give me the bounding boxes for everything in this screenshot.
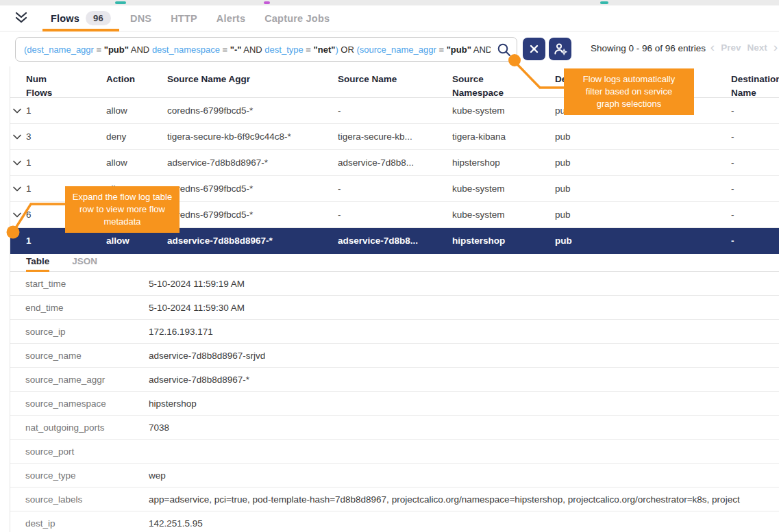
query-token: = (436, 45, 447, 55)
cell-source-name-aggr: adservice-7d8b8d8967-* (167, 236, 338, 246)
detail-key: end_time (10, 303, 149, 313)
cell-source-name: - (338, 183, 452, 194)
query-token: = (94, 45, 104, 55)
cell-source-name-aggr: coredns-6799fbcd5-* (167, 183, 338, 194)
detail-row: end_time5-10-2024 11:59:30 AM (10, 296, 779, 320)
detail-key: source_type (10, 470, 149, 481)
cell-source-name-aggr: adservice-7d8b8d8967-* (167, 157, 338, 168)
double-chevron-down-icon (14, 12, 29, 25)
chevron-down-icon (13, 105, 21, 116)
next-button[interactable]: Next (747, 42, 767, 53)
callout-expand-info: Expand the flow log table row to view mo… (65, 186, 180, 233)
flow-log-tab-bar: Flows96DNSHTTPAlertsCapture Jobs (0, 5, 779, 31)
cell-action: deny (106, 131, 167, 142)
detail-row: source_port (10, 440, 779, 464)
cell-num: 1 (26, 105, 106, 116)
cell-dest-name-aggr: pub (555, 183, 731, 194)
cell-source-namespace: tigera-kibana (452, 131, 555, 142)
prev-button[interactable]: Prev (721, 42, 741, 53)
detail-value: adservice-7d8b8d8967-* (149, 375, 779, 385)
cell-action: allow (106, 236, 167, 246)
query-token: dest_type (264, 45, 303, 55)
cell-source-name: - (338, 210, 452, 220)
cell-source-name: - (338, 105, 452, 116)
clear-filter-button[interactable] (523, 38, 545, 60)
detail-key: source_ip (10, 327, 149, 337)
filter-query: (dest_name_aggr = "pub" AND dest_namespa… (24, 45, 491, 55)
expand-row-button[interactable] (10, 157, 26, 168)
detail-value: hipstershop (149, 398, 779, 409)
detail-key: source_name_aggr (10, 375, 149, 385)
chevron-down-icon (13, 183, 21, 194)
tab-label: HTTP (171, 13, 197, 24)
flow-table-row[interactable]: 3denytigera-secure-kb-6f9c9c44c8-*tigera… (10, 124, 779, 150)
cell-source-namespace: kube-system (452, 210, 555, 220)
user-settings-button[interactable] (549, 38, 571, 60)
cell-action: allow (106, 157, 167, 168)
callout-filter-info: Flow logs automatically filter based on … (564, 68, 694, 115)
tab-flows[interactable]: Flows96 (41, 5, 121, 31)
flow-table-row[interactable]: 1allowadservice-7d8b8d8967-*adservice-7d… (10, 150, 779, 176)
tab-label: Flows (51, 13, 79, 24)
detail-row: nat_outgoing_ports7038 (10, 416, 779, 440)
cell-source-name-aggr: coredns-6799fbcd5-* (167, 105, 338, 116)
detail-tab-json[interactable]: JSON (72, 251, 97, 271)
detail-value: 172.16.193.171 (149, 327, 779, 337)
query-token: dest_namespace (152, 45, 220, 55)
header-expander-spacer (10, 73, 26, 99)
detail-key: source_labels (10, 494, 149, 505)
filter-search-input[interactable]: (dest_name_aggr = "pub" AND dest_namespa… (15, 37, 517, 62)
cell-dest-name-aggr: pub (555, 157, 731, 168)
cell-source-name-aggr: tigera-secure-kb-6f9c9c44c8-* (167, 131, 338, 142)
tab-alerts[interactable]: Alerts (207, 5, 255, 31)
detail-tab-table[interactable]: Table (26, 251, 49, 271)
detail-row: source_name_aggradservice-7d8b8d8967-* (10, 368, 779, 392)
prev-chevron-icon[interactable]: ‹ (710, 40, 715, 53)
cell-source-name: adservice-7d8b8... (338, 157, 452, 168)
detail-key: nat_outgoing_ports (10, 422, 149, 433)
detail-value: 5-10-2024 11:59:30 AM (149, 303, 779, 313)
person-gear-icon (554, 42, 567, 55)
detail-value: app=adservice, pci=true, pod-template-ha… (149, 494, 779, 505)
expand-row-button[interactable] (10, 183, 26, 194)
query-token: "pub" (447, 45, 471, 55)
cell-source-namespace: hipstershop (452, 236, 555, 246)
cell-action: allow (106, 105, 167, 116)
detail-row: source_nameadservice-7d8b8d8967-srjvd (10, 344, 779, 368)
detail-key: source_port (10, 446, 149, 457)
tab-dns[interactable]: DNS (121, 5, 161, 31)
query-token: AND (129, 45, 152, 55)
tab-http[interactable]: HTTP (161, 5, 207, 31)
query-token: "-" (230, 45, 242, 55)
cell-dest-name: - (731, 105, 779, 116)
cell-source-namespace: hipstershop (452, 157, 555, 168)
chevron-down-icon (13, 236, 21, 246)
collapse-panel-button[interactable] (14, 12, 29, 25)
tab-capture-jobs[interactable]: Capture Jobs (255, 5, 339, 31)
tab-bar-tabs: Flows96DNSHTTPAlertsCapture Jobs (41, 5, 339, 31)
detail-row: dest_ip142.251.5.95 (10, 511, 779, 532)
cell-dest-name-aggr: pub (555, 131, 731, 142)
column-header: Source Name (338, 73, 452, 99)
query-token: "net" (314, 45, 336, 55)
expand-row-button[interactable] (10, 105, 26, 116)
expand-row-button[interactable] (10, 210, 26, 220)
cell-num: 1 (26, 236, 106, 246)
close-icon (530, 45, 539, 53)
column-header: Action (106, 73, 167, 99)
detail-key: source_namespace (10, 398, 149, 409)
query-token: OR (338, 45, 357, 55)
chevron-down-icon (13, 131, 21, 142)
tab-label: DNS (130, 13, 151, 24)
query-token: = (304, 45, 314, 55)
expand-row-button[interactable] (10, 236, 26, 246)
cell-dest-name: - (731, 236, 779, 246)
detail-value: 5-10-2024 11:59:19 AM (149, 279, 779, 289)
tab-label: Alerts (217, 13, 245, 24)
graph-fragment (115, 1, 126, 4)
query-token: dest_name_aggr (27, 45, 94, 55)
detail-rows: start_time5-10-2024 11:59:19 AMend_time5… (10, 272, 779, 532)
expand-row-button[interactable] (10, 131, 26, 142)
search-icon[interactable] (497, 42, 512, 60)
next-chevron-icon[interactable]: › (774, 40, 778, 53)
